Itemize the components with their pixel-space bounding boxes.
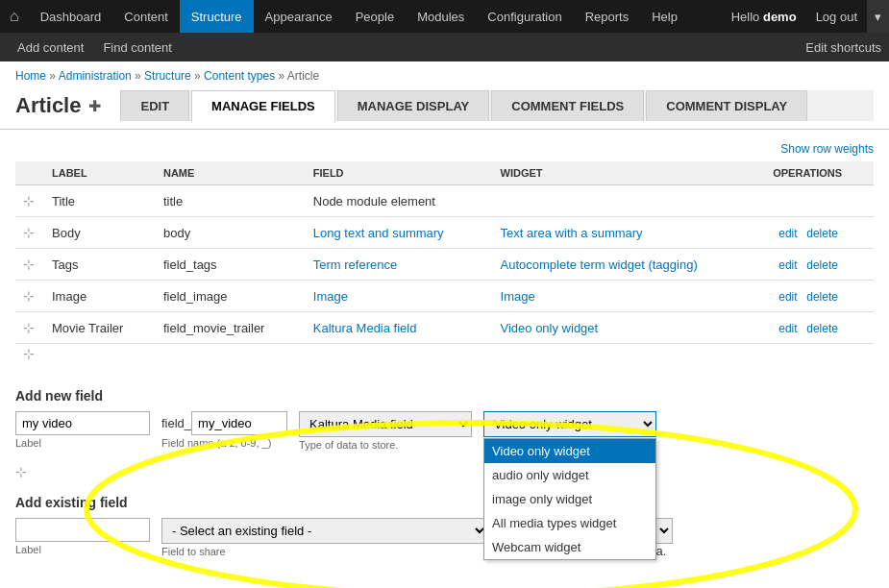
add-new-field-row: Label field_ Field name (a-z, 0-9, _) Ka…: [15, 411, 874, 451]
new-field-widget-select[interactable]: Video only widget audio only widget imag…: [483, 411, 656, 437]
delete-movie-trailer-link[interactable]: delete: [806, 322, 838, 335]
field-link-image[interactable]: Image: [313, 289, 348, 304]
nav-people[interactable]: People: [344, 0, 406, 33]
nav-structure[interactable]: Structure: [180, 0, 254, 33]
dd-item-all-media[interactable]: All media types widget: [484, 511, 655, 535]
drag-handle-icon[interactable]: ⊹: [23, 346, 35, 361]
ops-body: edit delete: [765, 217, 874, 249]
add-new-field-section: Add new field Label field_ Field name (a…: [15, 379, 874, 460]
add-existing-field-section: Add existing field Label - Select an exi…: [15, 495, 874, 558]
new-field-label-input[interactable]: [15, 411, 150, 435]
nav-appearance[interactable]: Appearance: [254, 0, 344, 33]
breadcrumb-home[interactable]: Home: [15, 69, 46, 83]
nav-expand-arrow[interactable]: ▾: [867, 0, 889, 33]
drag-handle-icon[interactable]: ⊹: [23, 320, 35, 335]
add-existing-field-heading: Add existing field: [15, 495, 874, 510]
table-row: ⊹ Body body Long text and summary Text a…: [15, 217, 874, 249]
tab-manage-fields[interactable]: MANAGE FIELDS: [191, 90, 335, 123]
new-field-name-input[interactable]: [191, 411, 287, 435]
name-body: body: [156, 217, 306, 249]
widget-link-tags[interactable]: Autocomplete term widget (tagging): [501, 257, 698, 272]
edit-tags-link[interactable]: edit: [778, 258, 797, 272]
nav-content[interactable]: Content: [112, 0, 180, 33]
field-prefix-label: field_: [161, 416, 191, 430]
edit-image-link[interactable]: edit: [778, 290, 797, 304]
col-operations: OPERATIONS: [765, 161, 874, 185]
label-body: Body: [44, 217, 156, 249]
field-link-tags[interactable]: Term reference: [313, 257, 397, 272]
name-tags: field_tags: [156, 249, 306, 281]
delete-body-link[interactable]: delete: [806, 227, 838, 240]
existing-label-input[interactable]: [15, 518, 150, 542]
widget-dropdown-menu: Video only widget audio only widget imag…: [483, 438, 656, 560]
page-title-row: Article ✚ EDIT MANAGE FIELDS MANAGE DISP…: [0, 86, 889, 130]
existing-field-select[interactable]: - Select an existing field -: [161, 518, 488, 544]
label-image: Image: [44, 281, 156, 312]
hello-text: Hello demo: [722, 10, 806, 24]
breadcrumb-structure[interactable]: Structure: [144, 69, 191, 83]
add-existing-field-row: Label - Select an existing field - Field…: [15, 518, 874, 558]
page-title: Article: [15, 93, 81, 118]
existing-select-col: - Select an existing field - Field to sh…: [161, 518, 488, 557]
add-content-type-icon[interactable]: ✚: [88, 97, 101, 115]
drag-handle-icon-2[interactable]: ⊹: [15, 464, 27, 479]
widget-link-body[interactable]: Text area with a summary: [501, 226, 643, 240]
table-row: ⊹ Movie Trailer field_movie_trailer Kalt…: [15, 312, 874, 344]
drag-handle-icon[interactable]: ⊹: [23, 193, 35, 208]
home-icon[interactable]: ⌂: [0, 8, 29, 25]
add-content-link[interactable]: Add content: [8, 40, 93, 55]
nav-dashboard[interactable]: Dashboard: [29, 0, 113, 33]
field-link-movie-trailer[interactable]: Kaltura Media field: [313, 321, 417, 335]
edit-body-link[interactable]: edit: [778, 227, 797, 240]
col-name: NAME: [156, 161, 306, 185]
delete-tags-link[interactable]: delete: [806, 258, 838, 272]
tab-manage-display[interactable]: MANAGE DISPLAY: [337, 90, 490, 121]
widget-link-image[interactable]: Image: [501, 289, 535, 304]
tab-edit[interactable]: EDIT: [120, 90, 189, 121]
table-header-row: LABEL NAME FIELD WIDGET OPERATIONS: [15, 161, 874, 185]
drag-handle-icon[interactable]: ⊹: [23, 225, 35, 240]
top-navigation: ⌂ Dashboard Content Structure Appearance…: [0, 0, 889, 33]
delete-image-link[interactable]: delete: [806, 290, 838, 304]
username: demo: [763, 10, 797, 24]
drag-placeholder-row: ⊹: [15, 344, 874, 364]
tab-comment-fields[interactable]: COMMENT FIELDS: [491, 90, 644, 121]
nav-reports[interactable]: Reports: [574, 0, 641, 33]
table-row: ⊹ Tags field_tags Term reference Autocom…: [15, 249, 874, 281]
dd-item-webcam[interactable]: Webcam widget: [484, 535, 655, 559]
secondary-navigation: Add content Find content Edit shortcuts: [0, 33, 889, 61]
field-link-body[interactable]: Long text and summary: [313, 226, 444, 240]
drag-handle-icon[interactable]: ⊹: [23, 288, 35, 304]
dd-item-audio[interactable]: audio only widget: [484, 463, 655, 487]
edit-shortcuts-link[interactable]: Edit shortcuts: [805, 40, 881, 55]
new-field-type-select[interactable]: Kaltura Media field Text Integer Image F…: [299, 411, 472, 437]
new-field-label-sub: Label: [15, 437, 150, 449]
drag-handle-icon[interactable]: ⊹: [23, 257, 35, 272]
nav-help[interactable]: Help: [640, 0, 689, 33]
edit-movie-trailer-link[interactable]: edit: [778, 322, 797, 335]
name-image: field_image: [156, 281, 306, 312]
label-title: Title: [44, 185, 156, 217]
widget-title: [493, 185, 766, 217]
find-content-link[interactable]: Find content: [93, 40, 182, 55]
table-row: ⊹ Title title Node module element: [15, 185, 874, 217]
show-row-weights-link[interactable]: Show row weights: [780, 142, 874, 156]
nav-modules[interactable]: Modules: [406, 0, 476, 33]
logout-link[interactable]: Log out: [806, 10, 867, 24]
existing-field-sub: Field to share: [161, 546, 488, 557]
name-title: title: [156, 185, 306, 217]
breadcrumb: Home » Administration » Structure » Cont…: [0, 61, 889, 86]
new-field-type-col: Kaltura Media field Text Integer Image F…: [299, 411, 472, 451]
field-title: Node module element: [306, 185, 493, 217]
col-label: LABEL: [44, 161, 156, 185]
widget-link-movie-trailer[interactable]: Video only widget: [501, 321, 599, 335]
breadcrumb-admin[interactable]: Administration: [59, 69, 132, 83]
name-movie-trailer: field_movie_trailer: [156, 312, 306, 344]
nav-configuration[interactable]: Configuration: [476, 0, 573, 33]
dd-item-video[interactable]: Video only widget: [484, 439, 655, 463]
drag-handle-row-2: ⊹: [15, 460, 874, 483]
breadcrumb-content-types[interactable]: Content types: [204, 69, 275, 83]
col-drag: [15, 161, 44, 185]
dd-item-image-only[interactable]: image only widget: [484, 487, 655, 511]
tab-comment-display[interactable]: COMMENT DISPLAY: [646, 90, 807, 121]
